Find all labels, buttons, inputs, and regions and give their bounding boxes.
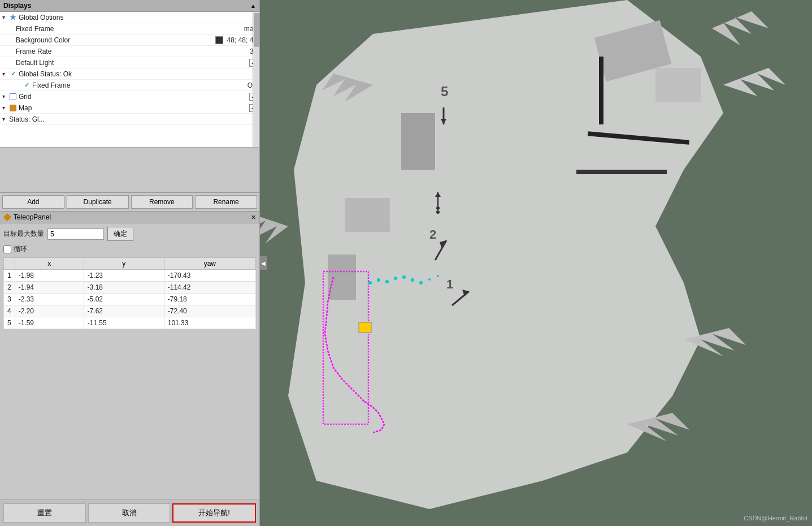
tree-item-map[interactable]: ▾ Map ✓ xyxy=(0,102,259,114)
toggle-map[interactable]: ▾ xyxy=(2,105,8,111)
map-canvas[interactable]: 1 2 xyxy=(260,0,812,526)
table-row[interactable]: 4 -2.20 -7.62 -72.40 xyxy=(4,305,256,317)
label-global-options: Global Options xyxy=(19,14,257,21)
svg-rect-4 xyxy=(401,113,435,170)
svg-point-23 xyxy=(419,281,423,284)
table-row[interactable]: 3 -2.33 -5.02 -79.18 xyxy=(4,294,256,305)
left-panel: Displays ▲ ▾ Global Options Fixed Frame … xyxy=(0,0,260,526)
panel-arrow[interactable]: ◀ xyxy=(260,256,267,270)
label-global-status: Global Status: Ok xyxy=(19,70,257,78)
cell-x: -1.94 xyxy=(15,282,84,294)
col-y: y xyxy=(84,258,164,270)
row-num: 1 xyxy=(4,270,15,282)
svg-rect-15 xyxy=(599,57,603,124)
toggle-grid[interactable]: ▾ xyxy=(2,93,8,100)
toggle-fixed-frame xyxy=(9,25,15,32)
loop-checkbox[interactable] xyxy=(3,245,11,253)
col-yaw: yaw xyxy=(164,258,255,270)
cell-yaw: -170.43 xyxy=(164,270,255,282)
tree-item-frame-rate[interactable]: Frame Rate 30 xyxy=(0,46,259,57)
start-nav-button[interactable]: 开始导航! xyxy=(172,503,256,523)
table-row[interactable]: 2 -1.94 -3.18 -114.42 xyxy=(4,282,256,294)
table-row[interactable]: 1 -1.98 -1.23 -170.43 xyxy=(4,270,256,282)
max-targets-input[interactable] xyxy=(47,228,104,240)
check-icon-fixed-frame: ✓ xyxy=(23,81,31,89)
cell-yaw: -114.42 xyxy=(164,282,255,294)
cell-x: -2.33 xyxy=(15,294,84,305)
svg-rect-5 xyxy=(345,198,390,232)
label-status-gl: Status: Gl... xyxy=(9,115,257,123)
label-fixed-frame-status: Fixed Frame xyxy=(32,81,245,89)
row-num: 5 xyxy=(4,317,15,329)
tree-item-default-light[interactable]: Default Light ✓ xyxy=(0,57,259,68)
watermark: CSDN@Hermit_Rabbit xyxy=(744,515,807,521)
row-num: 2 xyxy=(4,282,15,294)
cell-yaw: -79.18 xyxy=(164,294,255,305)
label-bg-color: Background Color xyxy=(16,36,215,44)
label-map: Map xyxy=(19,104,249,112)
displays-tree: ▾ Global Options Fixed Frame map Backgro… xyxy=(0,12,259,148)
buttons-row: Add Duplicate Remove Rename xyxy=(0,193,259,212)
tree-item-status-gl[interactable]: ▾ Status: Gl... xyxy=(0,114,259,125)
cell-y: -5.02 xyxy=(84,294,164,305)
gear-icon xyxy=(9,14,17,21)
tree-item-bg-color[interactable]: Background Color 48; 48; 48 xyxy=(0,35,259,46)
cell-x: -1.98 xyxy=(15,270,84,282)
svg-text:2: 2 xyxy=(429,227,436,242)
check-icon-global-status: ✓ xyxy=(9,70,17,78)
toggle-status-gl[interactable]: ▾ xyxy=(2,116,8,122)
map-svg: 1 2 xyxy=(260,0,812,526)
tree-item-global-status[interactable]: ▾ ✓ Global Status: Ok xyxy=(0,68,259,80)
row-num: 3 xyxy=(4,294,15,305)
tree-item-fixed-frame[interactable]: Fixed Frame map xyxy=(0,23,259,35)
max-targets-row: 目标最大数量 确定 xyxy=(3,227,256,241)
bg-color-swatch[interactable] xyxy=(215,36,223,44)
svg-text:1: 1 xyxy=(446,277,453,291)
duplicate-button[interactable]: Duplicate xyxy=(67,195,129,209)
svg-point-22 xyxy=(411,278,414,282)
toggle-default-light xyxy=(9,59,15,66)
teleop-icon xyxy=(3,213,11,221)
cell-yaw: -72.40 xyxy=(164,305,255,317)
loop-label: 循环 xyxy=(14,244,27,254)
cell-y: -11.55 xyxy=(84,317,164,329)
toggle-global-options[interactable]: ▾ xyxy=(2,14,8,20)
cell-y: -1.23 xyxy=(84,270,164,282)
svg-point-24 xyxy=(428,278,431,281)
svg-rect-14 xyxy=(576,170,667,174)
right-panel: 1 2 xyxy=(260,0,812,526)
cancel-button[interactable]: 取消 xyxy=(88,503,171,523)
toggle-fixed-frame-status xyxy=(16,82,21,88)
tree-scrollbar-thumb xyxy=(254,13,259,47)
label-default-light: Default Light xyxy=(16,59,249,67)
teleop-header: TeleopPanel ✕ xyxy=(0,212,259,223)
toggle-global-status[interactable]: ▾ xyxy=(2,71,8,77)
main-layout: Displays ▲ ▾ Global Options Fixed Frame … xyxy=(0,0,812,526)
table-row[interactable]: 5 -1.59 -11.55 101.33 xyxy=(4,317,256,329)
cell-y: -7.62 xyxy=(84,305,164,317)
svg-point-19 xyxy=(385,280,389,283)
tree-item-fixed-frame-status[interactable]: ✓ Fixed Frame OK xyxy=(0,80,259,91)
cell-x: -2.20 xyxy=(15,305,84,317)
tree-item-global-options[interactable]: ▾ Global Options xyxy=(0,12,259,23)
col-num xyxy=(4,258,15,270)
label-grid: Grid xyxy=(19,93,249,101)
add-button[interactable]: Add xyxy=(2,195,64,209)
svg-point-25 xyxy=(437,275,439,277)
tree-item-grid[interactable]: ▾ Grid ✓ xyxy=(0,91,259,102)
toggle-bg-color xyxy=(9,37,15,43)
svg-rect-6 xyxy=(328,255,356,300)
displays-collapse-icon[interactable]: ▲ xyxy=(250,3,256,9)
rename-button[interactable]: Rename xyxy=(195,195,257,209)
tree-scrollbar[interactable] xyxy=(253,12,259,147)
confirm-button[interactable]: 确定 xyxy=(107,227,133,241)
svg-point-36 xyxy=(436,210,440,214)
cell-x: -1.59 xyxy=(15,317,84,329)
remove-button[interactable]: Remove xyxy=(131,195,193,209)
row-num: 4 xyxy=(4,305,15,317)
reset-button[interactable]: 重置 xyxy=(3,503,86,523)
teleop-title: TeleopPanel xyxy=(14,213,51,221)
waypoints-table: x y yaw 1 -1.98 -1.23 -170.43 2 -1.94 -3… xyxy=(3,257,256,329)
teleop-close-icon[interactable]: ✕ xyxy=(251,214,256,221)
col-x: x xyxy=(15,258,84,270)
